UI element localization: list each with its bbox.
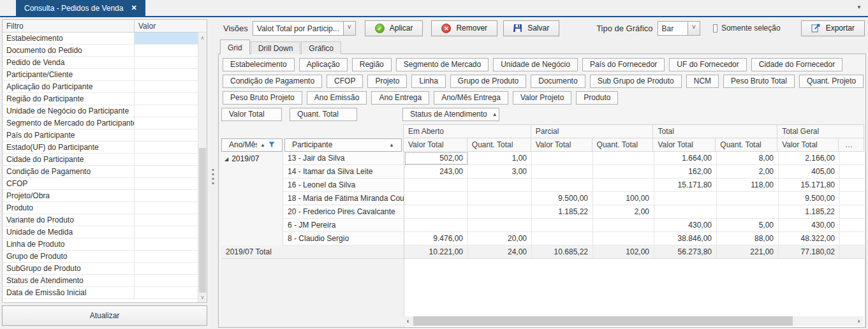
- panel-splitter[interactable]: [207, 17, 218, 328]
- value-cell[interactable]: 2.166,00: [779, 152, 840, 165]
- filter-scroll-thumb[interactable]: [199, 148, 206, 293]
- value-cell[interactable]: [840, 205, 865, 219]
- value-cell[interactable]: 118,00: [717, 179, 779, 192]
- tab-drill-down[interactable]: Drill Down: [251, 41, 301, 54]
- filter-value-cell[interactable]: [135, 214, 198, 226]
- filter-value-cell[interactable]: [135, 202, 198, 214]
- value-cell[interactable]: [468, 192, 532, 205]
- filter-funnel-icon[interactable]: [268, 142, 275, 149]
- field-chip[interactable]: CFOP: [327, 75, 363, 88]
- field-chip[interactable]: Unidade de Negócio: [493, 58, 578, 71]
- column-group-header[interactable]: Total: [653, 125, 777, 138]
- sub-column-header[interactable]: Valor Total: [777, 138, 839, 152]
- participant-cell[interactable]: 6 - JM Pereira: [283, 219, 404, 232]
- field-chip[interactable]: Cidade do Fornecedor: [751, 58, 842, 71]
- scroll-down-icon[interactable]: ∨: [198, 293, 207, 302]
- value-cell[interactable]: [468, 219, 532, 232]
- field-chip[interactable]: País do Fornecedor: [582, 58, 665, 71]
- participant-cell[interactable]: 18 - Maria de Fátima Miranda Couto: [283, 192, 404, 205]
- scroll-track[interactable]: [413, 316, 854, 326]
- value-cell[interactable]: [840, 152, 865, 165]
- field-chip[interactable]: Peso Bruto Total: [723, 75, 795, 88]
- scroll-up-icon[interactable]: ∧: [198, 33, 207, 43]
- sub-column-header[interactable]: Quant. Total: [467, 138, 531, 152]
- field-chip[interactable]: Aplicação: [299, 58, 348, 71]
- value-cell[interactable]: [593, 179, 654, 192]
- value-cell[interactable]: 20,00: [468, 232, 532, 245]
- value-cell[interactable]: 9.500,00: [779, 192, 840, 205]
- value-cell[interactable]: [532, 152, 593, 165]
- field-chip[interactable]: Valor Projeto: [513, 91, 571, 105]
- filter-value-cell[interactable]: [135, 69, 198, 80]
- filter-value-cell[interactable]: [135, 105, 198, 117]
- field-chip[interactable]: Projeto: [367, 75, 407, 88]
- value-cell[interactable]: [840, 165, 865, 179]
- filter-value-cell[interactable]: [135, 287, 198, 298]
- filter-scroll-track[interactable]: [198, 43, 207, 293]
- tab-consulta-pedidos-de-venda[interactable]: Consulta - Pedidos de Venda ✕: [16, 0, 145, 16]
- value-cell[interactable]: [593, 165, 654, 179]
- filter-value-cell[interactable]: [135, 81, 198, 92]
- value-cell[interactable]: 100,00: [593, 192, 654, 205]
- views-combobox[interactable]: Valot Total por Particip... ˅: [253, 21, 356, 36]
- participant-cell[interactable]: 14 - Itamar da Silva Leite: [283, 165, 404, 179]
- value-cell[interactable]: [404, 219, 468, 232]
- value-cell[interactable]: 48.322,00: [779, 232, 840, 245]
- value-cell[interactable]: [532, 179, 593, 192]
- value-cell[interactable]: 5,00: [717, 219, 779, 232]
- tab-grid[interactable]: Grid: [220, 40, 250, 54]
- participant-cell[interactable]: 8 - Claudio Sergio: [283, 232, 404, 245]
- save-button[interactable]: Salvar: [503, 20, 559, 36]
- value-cell[interactable]: 502,00: [404, 152, 468, 165]
- field-chip[interactable]: Linha: [411, 75, 445, 88]
- value-cell[interactable]: [468, 179, 532, 192]
- filter-value-cell[interactable]: [135, 142, 198, 153]
- tab-grafico[interactable]: Gráfico: [301, 41, 341, 54]
- column-group-header[interactable]: Parcial: [531, 125, 654, 138]
- participant-cell[interactable]: 20 - Frederico Pires Cavalcante: [283, 205, 404, 219]
- field-chip[interactable]: Sub Grupo de Produto: [590, 75, 682, 88]
- sub-column-header[interactable]: Valor Total: [531, 138, 592, 152]
- field-chip[interactable]: Grupo de Produto: [450, 75, 526, 88]
- filter-scrollbar[interactable]: ∧ ∨: [198, 33, 207, 302]
- filter-value-cell[interactable]: [135, 178, 198, 189]
- field-chip[interactable]: Quant. Projeto: [799, 75, 864, 88]
- field-chip[interactable]: Ano Entrega: [371, 91, 429, 105]
- field-chip[interactable]: Peso Bruto Projeto: [223, 91, 302, 105]
- row-field-chip-ano-mes[interactable]: Ano/Mês ... ▲: [221, 138, 283, 152]
- value-cell[interactable]: 1.185,22: [532, 205, 593, 219]
- field-chip[interactable]: Condição de Pagamento: [223, 75, 322, 88]
- field-chip[interactable]: Região: [352, 58, 392, 71]
- sub-column-header[interactable]: …: [839, 138, 864, 152]
- filter-value-cell[interactable]: [135, 190, 198, 201]
- value-cell[interactable]: [654, 192, 717, 205]
- filter-value-cell[interactable]: [135, 129, 198, 141]
- sub-column-header[interactable]: Quant. Total: [592, 138, 654, 152]
- value-cell[interactable]: [404, 205, 468, 219]
- value-cell[interactable]: [717, 205, 779, 219]
- value-cell[interactable]: [840, 232, 865, 245]
- filter-value-cell[interactable]: [135, 33, 198, 44]
- filter-value-cell[interactable]: [135, 226, 198, 238]
- scroll-left-icon[interactable]: ‹: [403, 316, 413, 326]
- value-cell[interactable]: [593, 232, 654, 245]
- filter-value-cell[interactable]: [135, 238, 198, 250]
- data-field-chip-quant-total[interactable]: Quant. Total: [290, 108, 357, 121]
- close-icon[interactable]: ✕: [131, 4, 136, 11]
- remove-button[interactable]: ✕ Remover: [431, 20, 497, 36]
- sub-column-header[interactable]: Valor Total: [653, 138, 716, 152]
- value-cell[interactable]: 1.664,00: [654, 152, 717, 165]
- filter-column-header[interactable]: Filtro: [3, 20, 135, 32]
- update-button[interactable]: Atualizar: [2, 305, 207, 326]
- field-chip[interactable]: Segmento de Mercado: [396, 58, 489, 71]
- value-cell[interactable]: 3,00: [468, 165, 532, 179]
- apply-button[interactable]: ✓ Aplicar: [365, 20, 423, 36]
- value-cell[interactable]: 8,00: [717, 152, 779, 165]
- value-cell[interactable]: 243,00: [404, 165, 468, 179]
- filter-value-cell[interactable]: [135, 45, 198, 56]
- chevron-down-icon[interactable]: ˅: [688, 22, 700, 35]
- value-cell[interactable]: 88,00: [717, 232, 779, 245]
- value-cell[interactable]: 2,00: [593, 205, 654, 219]
- value-cell[interactable]: [840, 179, 865, 192]
- value-cell[interactable]: 430,00: [654, 219, 717, 232]
